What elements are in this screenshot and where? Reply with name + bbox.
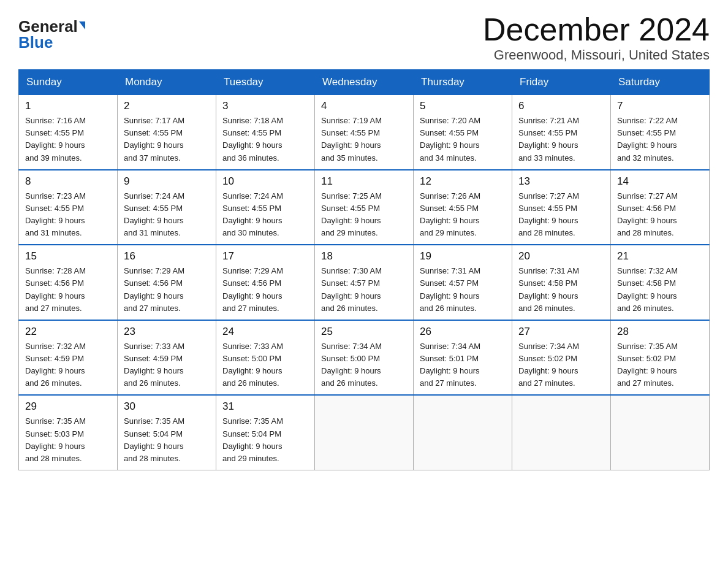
day-number: 18 xyxy=(321,250,407,262)
day-number: 26 xyxy=(420,326,506,338)
calendar-week-row: 8Sunrise: 7:23 AMSunset: 4:55 PMDaylight… xyxy=(19,170,710,245)
day-number: 15 xyxy=(25,250,111,262)
page-header: General Blue December 2024 Greenwood, Mi… xyxy=(18,12,710,63)
day-info: Sunrise: 7:27 AMSunset: 4:56 PMDaylight:… xyxy=(617,190,703,240)
day-number: 19 xyxy=(420,250,506,262)
calendar-cell: 28Sunrise: 7:35 AMSunset: 5:02 PMDayligh… xyxy=(611,320,710,396)
column-header-monday: Monday xyxy=(118,70,216,95)
calendar-cell: 11Sunrise: 7:25 AMSunset: 4:55 PMDayligh… xyxy=(315,170,414,245)
day-number: 2 xyxy=(124,100,210,112)
day-info: Sunrise: 7:23 AMSunset: 4:55 PMDaylight:… xyxy=(25,190,111,240)
day-number: 17 xyxy=(222,250,308,262)
day-info: Sunrise: 7:29 AMSunset: 4:56 PMDaylight:… xyxy=(222,265,308,315)
calendar-cell: 31Sunrise: 7:35 AMSunset: 5:04 PMDayligh… xyxy=(216,395,315,470)
calendar-cell: 7Sunrise: 7:22 AMSunset: 4:55 PMDaylight… xyxy=(611,95,710,170)
day-number: 1 xyxy=(25,100,111,112)
calendar-cell: 17Sunrise: 7:29 AMSunset: 4:56 PMDayligh… xyxy=(216,245,315,320)
calendar-header-row: SundayMondayTuesdayWednesdayThursdayFrid… xyxy=(19,70,710,95)
column-header-saturday: Saturday xyxy=(611,70,710,95)
day-info: Sunrise: 7:35 AMSunset: 5:02 PMDaylight:… xyxy=(617,340,703,390)
calendar-week-row: 22Sunrise: 7:32 AMSunset: 4:59 PMDayligh… xyxy=(19,320,710,396)
calendar-cell xyxy=(512,395,611,470)
day-info: Sunrise: 7:35 AMSunset: 5:03 PMDaylight:… xyxy=(25,415,111,465)
day-info: Sunrise: 7:17 AMSunset: 4:55 PMDaylight:… xyxy=(124,115,210,164)
day-number: 13 xyxy=(518,175,604,188)
day-info: Sunrise: 7:21 AMSunset: 4:55 PMDaylight:… xyxy=(518,115,604,164)
day-info: Sunrise: 7:32 AMSunset: 4:58 PMDaylight:… xyxy=(617,265,703,315)
calendar-cell: 23Sunrise: 7:33 AMSunset: 4:59 PMDayligh… xyxy=(118,320,216,396)
day-number: 21 xyxy=(617,250,703,262)
day-number: 5 xyxy=(420,100,506,112)
day-number: 20 xyxy=(518,250,604,262)
calendar-table: SundayMondayTuesdayWednesdayThursdayFrid… xyxy=(18,69,710,470)
calendar-cell xyxy=(611,395,710,470)
calendar-cell: 12Sunrise: 7:26 AMSunset: 4:55 PMDayligh… xyxy=(414,170,512,245)
calendar-cell: 6Sunrise: 7:21 AMSunset: 4:55 PMDaylight… xyxy=(512,95,611,170)
calendar-cell: 9Sunrise: 7:24 AMSunset: 4:55 PMDaylight… xyxy=(118,170,216,245)
day-number: 3 xyxy=(222,100,308,112)
day-number: 6 xyxy=(518,100,604,112)
calendar-cell: 24Sunrise: 7:33 AMSunset: 5:00 PMDayligh… xyxy=(216,320,315,396)
month-title: December 2024 xyxy=(483,12,710,47)
calendar-week-row: 1Sunrise: 7:16 AMSunset: 4:55 PMDaylight… xyxy=(19,95,710,170)
day-info: Sunrise: 7:31 AMSunset: 4:57 PMDaylight:… xyxy=(420,265,506,315)
logo-arrow-icon xyxy=(79,21,85,29)
day-info: Sunrise: 7:33 AMSunset: 4:59 PMDaylight:… xyxy=(124,340,210,390)
calendar-cell: 15Sunrise: 7:28 AMSunset: 4:56 PMDayligh… xyxy=(19,245,118,320)
calendar-cell: 3Sunrise: 7:18 AMSunset: 4:55 PMDaylight… xyxy=(216,95,315,170)
day-number: 12 xyxy=(420,175,506,188)
calendar-cell: 18Sunrise: 7:30 AMSunset: 4:57 PMDayligh… xyxy=(315,245,414,320)
day-info: Sunrise: 7:35 AMSunset: 5:04 PMDaylight:… xyxy=(222,415,308,465)
day-number: 8 xyxy=(25,175,111,188)
calendar-cell: 5Sunrise: 7:20 AMSunset: 4:55 PMDaylight… xyxy=(414,95,512,170)
calendar-cell: 2Sunrise: 7:17 AMSunset: 4:55 PMDaylight… xyxy=(118,95,216,170)
day-number: 23 xyxy=(124,326,210,338)
calendar-week-row: 29Sunrise: 7:35 AMSunset: 5:03 PMDayligh… xyxy=(19,395,710,470)
day-info: Sunrise: 7:24 AMSunset: 4:55 PMDaylight:… xyxy=(222,190,308,240)
title-block: December 2024 Greenwood, Missouri, Unite… xyxy=(483,12,710,63)
calendar-cell: 20Sunrise: 7:31 AMSunset: 4:58 PMDayligh… xyxy=(512,245,611,320)
calendar-cell: 8Sunrise: 7:23 AMSunset: 4:55 PMDaylight… xyxy=(19,170,118,245)
day-info: Sunrise: 7:35 AMSunset: 5:04 PMDaylight:… xyxy=(124,415,210,465)
location-subtitle: Greenwood, Missouri, United States xyxy=(483,47,710,63)
day-number: 7 xyxy=(617,100,703,112)
day-number: 22 xyxy=(25,326,111,338)
day-info: Sunrise: 7:34 AMSunset: 5:02 PMDaylight:… xyxy=(518,340,604,390)
day-number: 28 xyxy=(617,326,703,338)
day-info: Sunrise: 7:19 AMSunset: 4:55 PMDaylight:… xyxy=(321,115,407,164)
calendar-cell: 1Sunrise: 7:16 AMSunset: 4:55 PMDaylight… xyxy=(19,95,118,170)
day-info: Sunrise: 7:16 AMSunset: 4:55 PMDaylight:… xyxy=(25,115,111,164)
logo: General Blue xyxy=(18,18,85,50)
column-header-sunday: Sunday xyxy=(19,70,118,95)
calendar-cell: 30Sunrise: 7:35 AMSunset: 5:04 PMDayligh… xyxy=(118,395,216,470)
day-info: Sunrise: 7:29 AMSunset: 4:56 PMDaylight:… xyxy=(124,265,210,315)
day-info: Sunrise: 7:33 AMSunset: 5:00 PMDaylight:… xyxy=(222,340,308,390)
day-number: 11 xyxy=(321,175,407,188)
column-header-wednesday: Wednesday xyxy=(315,70,414,95)
day-info: Sunrise: 7:24 AMSunset: 4:55 PMDaylight:… xyxy=(124,190,210,240)
calendar-cell: 13Sunrise: 7:27 AMSunset: 4:55 PMDayligh… xyxy=(512,170,611,245)
day-number: 29 xyxy=(25,400,111,413)
calendar-cell: 21Sunrise: 7:32 AMSunset: 4:58 PMDayligh… xyxy=(611,245,710,320)
day-info: Sunrise: 7:31 AMSunset: 4:58 PMDaylight:… xyxy=(518,265,604,315)
day-info: Sunrise: 7:30 AMSunset: 4:57 PMDaylight:… xyxy=(321,265,407,315)
day-info: Sunrise: 7:34 AMSunset: 5:00 PMDaylight:… xyxy=(321,340,407,390)
calendar-cell: 29Sunrise: 7:35 AMSunset: 5:03 PMDayligh… xyxy=(19,395,118,470)
day-number: 10 xyxy=(222,175,308,188)
day-info: Sunrise: 7:25 AMSunset: 4:55 PMDaylight:… xyxy=(321,190,407,240)
calendar-cell xyxy=(414,395,512,470)
logo-general: General xyxy=(18,18,78,34)
day-info: Sunrise: 7:18 AMSunset: 4:55 PMDaylight:… xyxy=(222,115,308,164)
calendar-cell: 14Sunrise: 7:27 AMSunset: 4:56 PMDayligh… xyxy=(611,170,710,245)
calendar-cell xyxy=(315,395,414,470)
day-number: 4 xyxy=(321,100,407,112)
calendar-cell: 27Sunrise: 7:34 AMSunset: 5:02 PMDayligh… xyxy=(512,320,611,396)
day-number: 27 xyxy=(518,326,604,338)
calendar-cell: 4Sunrise: 7:19 AMSunset: 4:55 PMDaylight… xyxy=(315,95,414,170)
calendar-week-row: 15Sunrise: 7:28 AMSunset: 4:56 PMDayligh… xyxy=(19,245,710,320)
day-info: Sunrise: 7:34 AMSunset: 5:01 PMDaylight:… xyxy=(420,340,506,390)
calendar-cell: 26Sunrise: 7:34 AMSunset: 5:01 PMDayligh… xyxy=(414,320,512,396)
column-header-tuesday: Tuesday xyxy=(216,70,315,95)
day-number: 16 xyxy=(124,250,210,262)
day-info: Sunrise: 7:26 AMSunset: 4:55 PMDaylight:… xyxy=(420,190,506,240)
